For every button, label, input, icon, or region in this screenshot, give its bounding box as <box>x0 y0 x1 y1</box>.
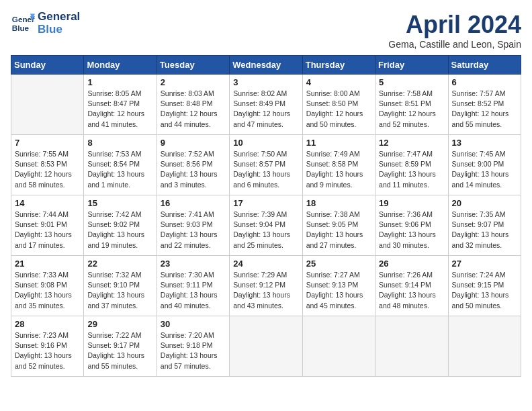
day-number: 29 <box>87 319 152 329</box>
day-cell: 14 Sunrise: 7:44 AM Sunset: 9:01 PM Dayl… <box>11 195 84 256</box>
day-info: Sunrise: 7:50 AM Sunset: 8:57 PM Dayligh… <box>233 149 298 190</box>
day-info: Sunrise: 7:30 AM Sunset: 9:11 PM Dayligh… <box>161 270 226 311</box>
col-header-saturday: Saturday <box>448 56 521 75</box>
title-area: April 2024 Gema, Castille and Leon, Spai… <box>388 11 521 50</box>
day-cell: 15 Sunrise: 7:42 AM Sunset: 9:02 PM Dayl… <box>84 195 157 256</box>
col-header-wednesday: Wednesday <box>230 56 302 75</box>
day-number: 18 <box>306 198 371 208</box>
day-info: Sunrise: 7:36 AM Sunset: 9:06 PM Dayligh… <box>379 210 444 250</box>
day-cell: 29 Sunrise: 7:22 AM Sunset: 9:17 PM Dayl… <box>84 316 157 377</box>
logo: General Blue General Blue <box>11 11 80 36</box>
day-cell: 9 Sunrise: 7:52 AM Sunset: 8:56 PM Dayli… <box>157 135 229 195</box>
day-info: Sunrise: 8:00 AM Sunset: 8:50 PM Dayligh… <box>306 89 371 130</box>
day-info: Sunrise: 7:44 AM Sunset: 9:01 PM Dayligh… <box>15 210 80 250</box>
day-cell: 26 Sunrise: 7:26 AM Sunset: 9:14 PM Dayl… <box>375 256 448 316</box>
col-header-monday: Monday <box>84 56 157 75</box>
day-info: Sunrise: 7:22 AM Sunset: 9:17 PM Dayligh… <box>87 330 152 371</box>
day-cell: 13 Sunrise: 7:45 AM Sunset: 9:00 PM Dayl… <box>448 135 521 195</box>
calendar-table: SundayMondayTuesdayWednesdayThursdayFrid… <box>11 55 521 377</box>
day-cell: 27 Sunrise: 7:24 AM Sunset: 9:15 PM Dayl… <box>448 256 521 316</box>
day-number: 8 <box>87 138 152 148</box>
day-cell: 17 Sunrise: 7:39 AM Sunset: 9:04 PM Dayl… <box>230 195 302 256</box>
col-header-thursday: Thursday <box>302 56 375 75</box>
col-header-friday: Friday <box>375 56 448 75</box>
day-number: 21 <box>15 259 80 269</box>
day-info: Sunrise: 7:26 AM Sunset: 9:14 PM Dayligh… <box>379 270 444 311</box>
day-info: Sunrise: 7:38 AM Sunset: 9:05 PM Dayligh… <box>306 210 371 250</box>
location: Gema, Castille and Leon, Spain <box>388 39 521 50</box>
day-cell: 10 Sunrise: 7:50 AM Sunset: 8:57 PM Dayl… <box>230 135 302 195</box>
logo-icon: General Blue <box>11 11 35 36</box>
day-number: 13 <box>452 138 517 148</box>
day-cell <box>11 75 84 135</box>
calendar-header-row: SundayMondayTuesdayWednesdayThursdayFrid… <box>11 56 521 75</box>
day-number: 14 <box>15 198 80 208</box>
day-info: Sunrise: 7:27 AM Sunset: 9:13 PM Dayligh… <box>306 270 371 311</box>
day-cell: 4 Sunrise: 8:00 AM Sunset: 8:50 PM Dayli… <box>302 75 375 135</box>
day-number: 15 <box>87 198 152 208</box>
day-cell <box>448 316 521 377</box>
logo-line2: Blue <box>38 24 80 36</box>
day-cell: 30 Sunrise: 7:20 AM Sunset: 9:18 PM Dayl… <box>157 316 229 377</box>
day-cell <box>375 316 448 377</box>
day-info: Sunrise: 7:47 AM Sunset: 8:59 PM Dayligh… <box>379 149 444 190</box>
day-cell: 5 Sunrise: 7:58 AM Sunset: 8:51 PM Dayli… <box>375 75 448 135</box>
day-info: Sunrise: 7:24 AM Sunset: 9:15 PM Dayligh… <box>452 270 517 311</box>
day-info: Sunrise: 7:41 AM Sunset: 9:03 PM Dayligh… <box>161 210 226 250</box>
day-number: 24 <box>233 259 298 269</box>
col-header-sunday: Sunday <box>11 56 84 75</box>
day-number: 11 <box>306 138 371 148</box>
day-number: 19 <box>379 198 444 208</box>
day-cell: 21 Sunrise: 7:33 AM Sunset: 9:08 PM Dayl… <box>11 256 84 316</box>
day-info: Sunrise: 7:57 AM Sunset: 8:52 PM Dayligh… <box>452 89 517 130</box>
day-info: Sunrise: 7:45 AM Sunset: 9:00 PM Dayligh… <box>452 149 517 190</box>
day-cell: 12 Sunrise: 7:47 AM Sunset: 8:59 PM Dayl… <box>375 135 448 195</box>
week-row-4: 21 Sunrise: 7:33 AM Sunset: 9:08 PM Dayl… <box>11 256 521 316</box>
day-cell: 23 Sunrise: 7:30 AM Sunset: 9:11 PM Dayl… <box>157 256 229 316</box>
day-cell: 2 Sunrise: 8:03 AM Sunset: 8:48 PM Dayli… <box>157 75 229 135</box>
day-number: 28 <box>15 319 80 329</box>
day-cell <box>230 316 302 377</box>
day-info: Sunrise: 7:42 AM Sunset: 9:02 PM Dayligh… <box>87 210 152 250</box>
day-info: Sunrise: 7:23 AM Sunset: 9:16 PM Dayligh… <box>15 330 80 371</box>
day-number: 22 <box>87 259 152 269</box>
day-number: 10 <box>233 138 298 148</box>
day-info: Sunrise: 7:52 AM Sunset: 8:56 PM Dayligh… <box>161 149 226 190</box>
day-info: Sunrise: 7:55 AM Sunset: 8:53 PM Dayligh… <box>15 149 80 190</box>
day-number: 2 <box>161 77 226 87</box>
day-number: 26 <box>379 259 444 269</box>
week-row-5: 28 Sunrise: 7:23 AM Sunset: 9:16 PM Dayl… <box>11 316 521 377</box>
day-cell: 19 Sunrise: 7:36 AM Sunset: 9:06 PM Dayl… <box>375 195 448 256</box>
day-info: Sunrise: 7:35 AM Sunset: 9:07 PM Dayligh… <box>452 210 517 250</box>
day-cell: 8 Sunrise: 7:53 AM Sunset: 8:54 PM Dayli… <box>84 135 157 195</box>
day-number: 20 <box>452 198 517 208</box>
day-number: 1 <box>87 77 152 87</box>
day-number: 7 <box>15 138 80 148</box>
day-info: Sunrise: 8:03 AM Sunset: 8:48 PM Dayligh… <box>161 89 226 130</box>
day-cell: 1 Sunrise: 8:05 AM Sunset: 8:47 PM Dayli… <box>84 75 157 135</box>
month-title: April 2024 <box>388 11 521 39</box>
page-header: General Blue General Blue April 2024 Gem… <box>11 11 521 50</box>
day-info: Sunrise: 7:58 AM Sunset: 8:51 PM Dayligh… <box>379 89 444 130</box>
day-info: Sunrise: 7:20 AM Sunset: 9:18 PM Dayligh… <box>161 330 226 371</box>
day-cell: 6 Sunrise: 7:57 AM Sunset: 8:52 PM Dayli… <box>448 75 521 135</box>
day-cell: 3 Sunrise: 8:02 AM Sunset: 8:49 PM Dayli… <box>230 75 302 135</box>
svg-text:Blue: Blue <box>12 23 30 32</box>
day-info: Sunrise: 8:02 AM Sunset: 8:49 PM Dayligh… <box>233 89 298 130</box>
week-row-1: 1 Sunrise: 8:05 AM Sunset: 8:47 PM Dayli… <box>11 75 521 135</box>
day-cell: 16 Sunrise: 7:41 AM Sunset: 9:03 PM Dayl… <box>157 195 229 256</box>
day-info: Sunrise: 7:29 AM Sunset: 9:12 PM Dayligh… <box>233 270 298 311</box>
day-number: 16 <box>161 198 226 208</box>
day-number: 27 <box>452 259 517 269</box>
day-cell: 7 Sunrise: 7:55 AM Sunset: 8:53 PM Dayli… <box>11 135 84 195</box>
day-info: Sunrise: 7:53 AM Sunset: 8:54 PM Dayligh… <box>87 149 152 190</box>
week-row-3: 14 Sunrise: 7:44 AM Sunset: 9:01 PM Dayl… <box>11 195 521 256</box>
day-info: Sunrise: 7:39 AM Sunset: 9:04 PM Dayligh… <box>233 210 298 250</box>
day-cell: 28 Sunrise: 7:23 AM Sunset: 9:16 PM Dayl… <box>11 316 84 377</box>
logo-line1: General <box>38 11 80 24</box>
day-info: Sunrise: 8:05 AM Sunset: 8:47 PM Dayligh… <box>87 89 152 130</box>
day-cell: 25 Sunrise: 7:27 AM Sunset: 9:13 PM Dayl… <box>302 256 375 316</box>
day-number: 9 <box>161 138 226 148</box>
day-number: 30 <box>161 319 226 329</box>
day-cell: 22 Sunrise: 7:32 AM Sunset: 9:10 PM Dayl… <box>84 256 157 316</box>
